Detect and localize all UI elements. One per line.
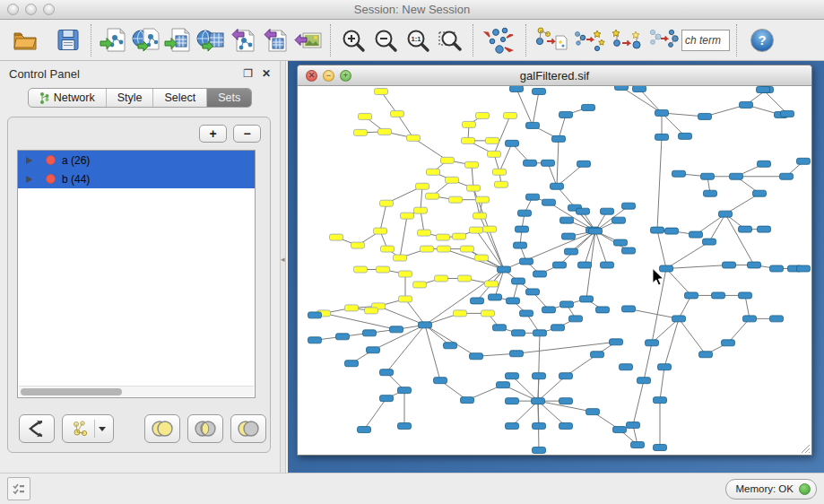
frame-close-button[interactable]: ✕ <box>306 70 317 82</box>
status-bar: Memory: OK <box>0 473 824 504</box>
zoom-actual-button[interactable]: 1:1 <box>402 22 434 58</box>
frame-minimize-button[interactable]: − <box>323 70 334 82</box>
difference-sets-button[interactable] <box>230 414 266 443</box>
network-tab-icon <box>39 92 49 104</box>
set-row-a[interactable]: a (26) <box>18 151 255 169</box>
toolbar-separator <box>736 24 737 56</box>
set-row-b[interactable]: b (44) <box>18 169 255 188</box>
first-neighbors-icon <box>572 25 606 56</box>
tab-select-label: Select <box>164 91 195 104</box>
maximize-window-button[interactable] <box>43 4 55 15</box>
extract-network-button[interactable] <box>62 414 114 443</box>
tab-network-label: Network <box>54 91 95 104</box>
toolbar-separator <box>330 24 331 56</box>
frame-maximize-button[interactable]: + <box>340 70 351 82</box>
toolbar-separator <box>91 24 91 56</box>
dropdown-arrow-icon[interactable] <box>99 427 106 431</box>
memory-ok-indicator <box>799 483 811 495</box>
new-network-from-selection-button[interactable] <box>533 22 570 58</box>
close-panel-button[interactable]: ✕ <box>262 67 271 80</box>
split-sets-button[interactable] <box>19 414 55 443</box>
sets-panel: + − a (26) b (44) <box>7 117 271 453</box>
tab-style[interactable]: Style <box>107 89 154 107</box>
control-panel: Control Panel ❐ ✕ Network Style <box>0 61 280 473</box>
tab-select[interactable]: Select <box>153 89 207 107</box>
import-network-file-icon <box>100 26 128 55</box>
network-window-title: galFiltered.sif <box>298 69 811 83</box>
extract-network-icon <box>71 419 91 439</box>
export-table-button[interactable] <box>259 22 291 58</box>
import-table-file-button[interactable] <box>162 22 195 58</box>
panel-splitter[interactable]: ◂ <box>280 61 286 473</box>
zoom-out-button[interactable] <box>369 22 402 58</box>
svg-text:1:1: 1:1 <box>412 35 421 43</box>
save-floppy-icon <box>56 28 80 52</box>
tab-sets-label: Sets <box>218 91 240 104</box>
zoom-out-icon <box>372 27 399 54</box>
network-graph[interactable] <box>298 86 811 455</box>
collapse-handle-icon[interactable]: ◂ <box>281 255 285 264</box>
network-from-selection-icon <box>534 25 568 56</box>
minimize-window-button[interactable] <box>25 4 37 15</box>
network-window-titlebar[interactable]: ✕ − + galFiltered.sif <box>298 65 811 86</box>
open-session-button[interactable] <box>9 22 41 58</box>
open-folder-icon <box>12 28 39 53</box>
expand-arrow-icon[interactable] <box>26 176 32 183</box>
network-desktop: ✕ − + galFiltered.sif <box>286 61 824 473</box>
task-checklist-icon <box>12 482 26 496</box>
button-divider <box>94 420 95 438</box>
window-title: Session: New Session <box>0 3 824 16</box>
intersection-icon <box>193 420 218 438</box>
search-input[interactable] <box>681 30 730 51</box>
task-history-button[interactable] <box>7 477 30 500</box>
expand-selection-icon <box>610 25 644 56</box>
resize-grip-icon[interactable] <box>798 441 811 454</box>
import-table-web-button[interactable] <box>195 22 227 58</box>
toolbar-separator <box>473 24 473 56</box>
help-button[interactable]: ? <box>750 29 774 52</box>
set-label: b (44) <box>62 173 90 186</box>
sets-list: a (26) b (44) <box>17 150 256 398</box>
export-network-button[interactable] <box>227 22 259 58</box>
expand-selection-button[interactable] <box>608 22 646 58</box>
memory-status-button[interactable]: Memory: OK <box>725 479 817 500</box>
import-table-web-icon <box>195 26 226 55</box>
layout-icon <box>483 25 516 56</box>
import-network-web-icon <box>131 26 161 55</box>
export-table-icon <box>261 26 290 55</box>
select-first-neighbors-button[interactable] <box>570 22 608 58</box>
scrollbar-thumb[interactable] <box>21 388 122 395</box>
union-sets-button[interactable] <box>144 414 180 443</box>
add-set-button[interactable]: + <box>199 125 227 143</box>
apply-layout-button[interactable] <box>480 22 519 58</box>
tab-network[interactable]: Network <box>29 89 107 107</box>
zoom-in-icon <box>340 27 367 54</box>
main-toolbar: 1:1 <box>0 20 824 61</box>
save-session-button[interactable] <box>52 22 84 58</box>
tab-sets[interactable]: Sets <box>207 89 251 107</box>
difference-icon <box>236 420 261 438</box>
expand-arrow-icon[interactable] <box>26 157 32 164</box>
import-network-web-button[interactable] <box>130 22 162 58</box>
set-label: a (26) <box>62 154 90 167</box>
help-label: ? <box>758 32 766 48</box>
remove-set-button[interactable]: − <box>233 125 261 143</box>
close-window-button[interactable] <box>7 4 19 15</box>
intersection-sets-button[interactable] <box>187 414 223 443</box>
control-panel-title: Control Panel <box>9 67 80 81</box>
network-canvas[interactable] <box>298 86 811 455</box>
zoom-fit-selected-button[interactable] <box>434 22 466 58</box>
hide-selection-icon <box>647 25 680 56</box>
horizontal-scrollbar[interactable] <box>19 386 254 396</box>
float-panel-button[interactable]: ❐ <box>243 67 253 80</box>
export-network-icon <box>229 26 257 55</box>
control-panel-tabbar: Network Style Select Sets <box>28 88 252 108</box>
hide-selection-button[interactable] <box>646 22 681 58</box>
set-color-icon <box>46 174 56 184</box>
zoom-in-button[interactable] <box>337 22 369 58</box>
import-network-file-button[interactable] <box>98 22 130 58</box>
export-image-button[interactable] <box>291 22 324 58</box>
import-table-file-icon <box>164 26 193 55</box>
network-window[interactable]: ✕ − + galFiltered.sif <box>297 65 812 456</box>
export-image-icon <box>292 26 323 55</box>
